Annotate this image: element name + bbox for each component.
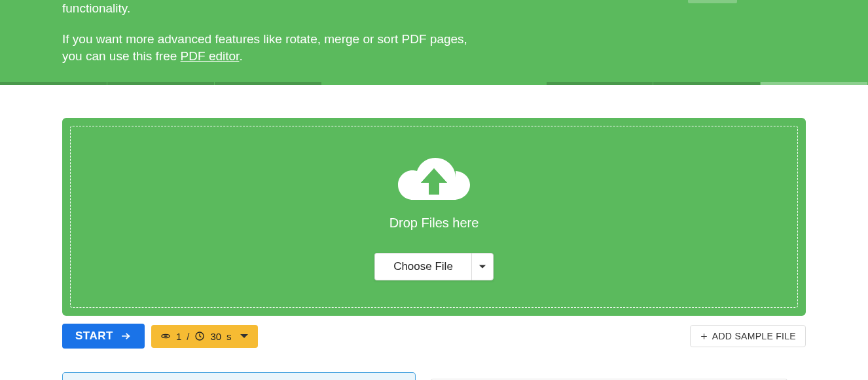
add-sample-label: ADD SAMPLE FILE	[712, 331, 796, 341]
cloud-upload-icon	[398, 154, 470, 206]
dropzone-label: Drop Files here	[389, 216, 479, 231]
chevron-down-icon	[479, 262, 486, 271]
hero-line-1: functionality.	[62, 0, 488, 18]
clock-icon	[194, 331, 205, 341]
svg-point-1	[164, 335, 167, 337]
pdf-editor-link[interactable]: PDF editor	[181, 49, 240, 63]
dropzone-container: Drop Files here Choose File	[62, 118, 806, 316]
progress-seg	[215, 82, 321, 85]
chevron-down-icon	[240, 332, 249, 341]
info-panel-left	[62, 372, 416, 380]
start-button[interactable]: START	[62, 324, 145, 349]
hero-thumb-placeholder	[688, 0, 737, 3]
start-button-label: START	[75, 330, 113, 343]
settings-unit: s	[226, 331, 232, 342]
choose-file-button[interactable]: Choose File	[374, 253, 471, 280]
main-content: Drop Files here Choose File START 1 / 30…	[0, 85, 868, 380]
progress-seg	[761, 82, 867, 85]
hero-banner: functionality. If you want more advanced…	[0, 0, 868, 85]
add-sample-file-button[interactable]: ADD SAMPLE FILE	[690, 325, 806, 347]
layers-icon	[160, 331, 171, 341]
hero-progress-strip	[0, 82, 868, 85]
plus-icon	[700, 332, 708, 341]
settings-separator: /	[187, 331, 189, 342]
progress-seg	[322, 82, 546, 85]
hero-advanced-prefix: If you want more advanced features like …	[62, 32, 467, 64]
hero-line-2: If you want more advanced features like …	[62, 31, 488, 66]
lower-panels	[62, 372, 787, 380]
arrow-right-icon	[120, 330, 132, 342]
settings-pill[interactable]: 1 / 30 s	[151, 325, 258, 348]
choose-file-dropdown[interactable]	[471, 253, 494, 280]
progress-seg	[547, 82, 653, 85]
progress-seg	[107, 82, 214, 85]
progress-seg	[653, 82, 760, 85]
choose-file-group: Choose File	[374, 253, 494, 280]
settings-duration: 30	[210, 331, 221, 342]
hero-advanced-suffix: .	[239, 49, 242, 63]
file-dropzone[interactable]: Drop Files here Choose File	[70, 126, 798, 308]
hero-description: functionality. If you want more advanced…	[62, 0, 488, 66]
action-row: START 1 / 30 s ADD SAMPLE FILE	[62, 324, 806, 349]
settings-count: 1	[176, 331, 181, 342]
progress-seg	[0, 82, 107, 85]
